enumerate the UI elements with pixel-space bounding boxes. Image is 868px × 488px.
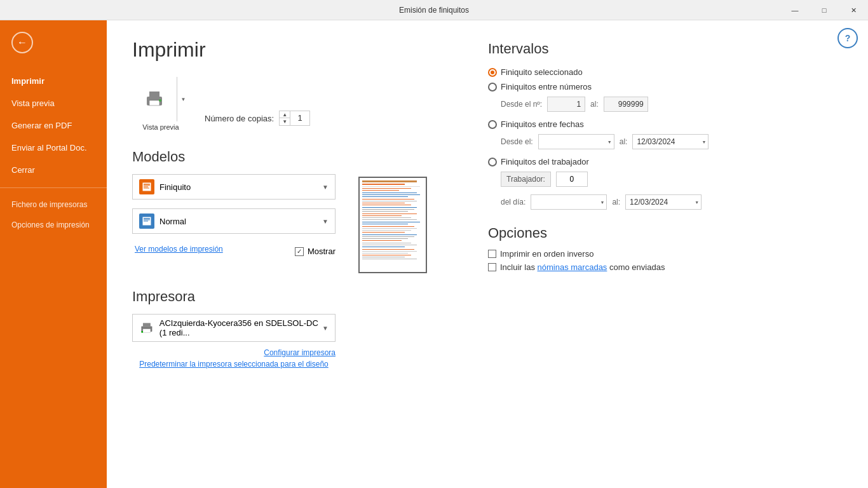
thumb-line2 [362, 184, 405, 185]
predeterminar-link[interactable]: Predeterminar la impresora seleccionada … [132, 360, 336, 369]
preview-btn-main [132, 77, 177, 121]
thumb-line10 [362, 203, 405, 203]
nominas-link[interactable]: nóminas marcadas [538, 262, 607, 272]
svg-rect-2 [149, 100, 159, 105]
thumb-line18 [362, 219, 417, 220]
sub-control-numeros: Desde el nº: al: [501, 97, 843, 112]
printer-select[interactable]: ACIzquierda-Kyocera356 en SDELSOL-DC (1 … [132, 314, 336, 342]
minimize-button[interactable]: — [780, 0, 810, 20]
radio-label-3: Finiquitos entre fechas [501, 119, 584, 129]
radio-entre-numeros[interactable] [488, 83, 497, 92]
close-button[interactable]: ✕ [839, 0, 868, 20]
model1-inner: Finiquito [139, 179, 191, 194]
al-dia-select[interactable]: 12/03/2024 [625, 194, 702, 210]
thumb-line5 [362, 193, 417, 193]
radio-item-entre-fechas[interactable]: Finiquitos entre fechas [488, 119, 843, 129]
sidebar-item-vista-previa[interactable]: Vista previa [0, 92, 107, 114]
checkbox-nominas-enviadas[interactable] [488, 263, 496, 271]
view-models-link[interactable]: Ver modelos de impresión [135, 245, 223, 254]
sidebar-item-opciones-impresion[interactable]: Opciones de impresión [0, 215, 107, 235]
desde-fecha-wrapper [538, 134, 614, 149]
thumb-line23 [362, 230, 411, 231]
thumb-line21 [362, 226, 414, 227]
sub-control-trabajador2: del día: al: 12/03/2024 [501, 194, 843, 210]
radio-item-entre-numeros[interactable]: Finiquitos entre números [488, 82, 843, 92]
mostrar-checkbox[interactable]: ✓ [295, 247, 304, 256]
printer-chevron: ▼ [322, 325, 329, 332]
checkbox-item-nominas-enviadas[interactable]: Incluir las nóminas marcadas como enviad… [488, 262, 843, 272]
models-title: Modelos [132, 149, 463, 165]
mostrar-row: ✓ Mostrar [295, 247, 336, 256]
printer-section: Impresora ACIzquierda-Kyocera356 en SDEL… [132, 288, 463, 369]
content-area: Imprimir ▼ [107, 20, 868, 488]
radio-item-trabajador[interactable]: Finiquitos del trabajador [488, 157, 843, 166]
thumb-line3 [362, 188, 411, 189]
thumb-line28 [362, 240, 402, 241]
radio-label-4: Finiquitos del trabajador [501, 157, 589, 166]
preview-btn[interactable]: ▼ [132, 77, 189, 121]
thumb-line31 [362, 247, 405, 247]
al-fecha-label: al: [620, 137, 628, 146]
sidebar-nav: Imprimir Vista previa Generar en PDF Env… [0, 70, 107, 235]
models-selects-container: Finiquito ▼ [132, 174, 336, 256]
al-fecha-select[interactable]: 12/03/2024 [632, 134, 709, 149]
preview-thumbnail-container [358, 177, 427, 273]
radio-entre-fechas[interactable] [488, 120, 497, 129]
printer-inner: ACIzquierda-Kyocera356 en SDELSOL-DC (1 … [139, 318, 322, 337]
models-bottom-row: Ver modelos de impresión ✓ Mostrar [132, 241, 336, 256]
thumb-line27 [362, 238, 408, 239]
sidebar-item-imprimir[interactable]: Imprimir [0, 70, 107, 92]
model2-select[interactable]: Normal ▼ [132, 208, 336, 234]
page-title: Imprimir [132, 38, 463, 62]
thumb-line1 [362, 180, 417, 182]
thumb-line8 [362, 199, 414, 200]
radio-item-finiquito-seleccionado[interactable]: Finiquito seleccionado [488, 67, 843, 77]
thumb-line4 [362, 190, 399, 191]
trabajador-label: Trabajador: [501, 172, 551, 187]
model2-icon-svg [142, 217, 151, 226]
intervalos-title: Intervalos [488, 41, 843, 57]
sidebar-item-fichero-impresoras[interactable]: Fichero de impresoras [0, 194, 107, 215]
thumb-line29 [362, 243, 411, 243]
thumb-line32 [362, 249, 414, 250]
thumb-line16 [362, 215, 402, 216]
printer-select-icon [139, 321, 154, 335]
thumb-line13 [362, 209, 414, 210]
sidebar-item-cerrar[interactable]: Cerrar [0, 159, 107, 181]
al-fecha-wrapper: 12/03/2024 [632, 134, 709, 149]
thumb-line35 [362, 255, 411, 255]
desde-n-input[interactable] [547, 97, 585, 112]
trabajador-input[interactable] [556, 172, 588, 187]
dropdown-arrow[interactable]: ▼ [177, 77, 189, 121]
model1-select[interactable]: Finiquito ▼ [132, 174, 336, 200]
radio-finiquito-seleccionado[interactable] [488, 68, 497, 77]
model1-icon [139, 179, 154, 194]
al-n-input[interactable] [604, 97, 648, 112]
sidebar-item-generar-pdf[interactable]: Generar en PDF [0, 114, 107, 137]
del-dia-select[interactable] [531, 194, 607, 210]
checkbox-item-orden-inverso[interactable]: Imprimir en orden inverso [488, 249, 843, 259]
opciones-section: Opciones Imprimir en orden inverso Inclu… [488, 225, 843, 272]
svg-rect-14 [143, 323, 151, 327]
copies-value[interactable]: 1 [290, 111, 309, 126]
thumb-sep1 [362, 186, 420, 187]
preview-btn-container: ▼ Vista previa [132, 77, 189, 131]
radio-trabajador[interactable] [488, 158, 497, 166]
config-printer-link[interactable]: Configurar impresora [132, 348, 336, 357]
model2-inner: Normal [139, 214, 186, 229]
model1-chevron: ▼ [322, 184, 329, 191]
checkbox-orden-inverso[interactable] [488, 250, 496, 258]
back-button[interactable]: ← [0, 20, 107, 65]
model1-label: Finiquito [159, 182, 191, 192]
right-panel: Intervalos Finiquito seleccionado Finiqu… [488, 38, 843, 470]
spinner-up[interactable]: ▲ [280, 111, 290, 118]
printer-title: Impresora [132, 288, 463, 305]
help-button[interactable]: ? [837, 28, 858, 48]
radio-label-1: Finiquito seleccionado [501, 67, 583, 77]
maximize-button[interactable]: □ [810, 0, 839, 20]
spinner-down[interactable]: ▼ [280, 118, 290, 125]
desde-fecha-select[interactable] [538, 134, 614, 149]
al-dia-wrapper: 12/03/2024 [625, 194, 702, 210]
copies-spinner: ▲ ▼ 1 [279, 111, 310, 126]
sidebar-item-enviar-portal[interactable]: Enviar al Portal Doc. [0, 137, 107, 159]
